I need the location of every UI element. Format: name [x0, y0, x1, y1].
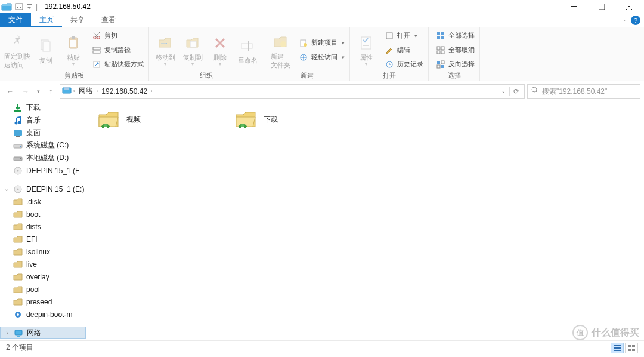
details-view-button[interactable] [611, 343, 624, 353]
rename-button[interactable]: 重命名 [234, 35, 261, 64]
breadcrumb-item[interactable]: 192.168.50.42 [99, 87, 150, 96]
svg-point-50 [20, 146, 21, 147]
cut-button[interactable]: 剪切 [89, 29, 120, 42]
svg-rect-33 [437, 47, 440, 50]
maximize-button[interactable] [588, 0, 615, 13]
navigation-pane[interactable]: 下载音乐桌面系统磁盘 (C:)本地磁盘 (D:)DEEPIN 15_1 (E⌄D… [0, 101, 86, 340]
pin-button[interactable]: 固定到快 速访问 [2, 30, 32, 69]
svg-rect-26 [363, 45, 369, 46]
window-title: 192.168.50.42 [45, 2, 91, 11]
new-item-icon [299, 38, 308, 48]
copy-path-button[interactable]: 复制路径 [89, 44, 133, 57]
search-input[interactable] [542, 87, 636, 96]
copy-to-button[interactable]: 复制到▾ [179, 32, 206, 68]
paste-shortcut-button[interactable]: 粘贴快捷方式 [89, 58, 146, 71]
copy-button[interactable]: 复制 [32, 35, 60, 64]
svg-rect-39 [437, 65, 440, 68]
svg-rect-30 [441, 32, 444, 35]
sidebar-item[interactable]: dists [0, 220, 86, 233]
expand-icon[interactable]: › [4, 330, 10, 336]
back-button[interactable]: ← [4, 85, 17, 98]
sidebar-item[interactable]: boot [0, 208, 86, 220]
copy-icon [38, 36, 54, 56]
breadcrumb[interactable]: › 网络 › 192.168.50.42 › ⌄ ⟳ [60, 84, 525, 99]
drive2-icon [13, 153, 23, 163]
move-to-button[interactable]: 移动到▾ [151, 32, 179, 68]
sidebar-item[interactable]: deepin-boot-m [0, 308, 86, 321]
breadcrumb-item[interactable]: 网络 [76, 86, 95, 96]
folder-icon [13, 272, 23, 282]
svg-rect-15 [93, 51, 100, 53]
chevron-right-icon[interactable]: › [73, 88, 75, 94]
sidebar-item[interactable]: 下载 [0, 101, 86, 114]
sidebar-item-label: boot [26, 210, 40, 218]
qat-dropdown-icon[interactable] [26, 2, 32, 11]
paste-icon [66, 33, 81, 53]
folder-icon [13, 285, 23, 294]
dropdown-icon[interactable]: ⌄ [501, 88, 506, 94]
sidebar-item[interactable]: 系统磁盘 (C:) [0, 139, 86, 152]
new-folder-button[interactable]: 新建 文件夹 [267, 30, 294, 69]
tab-view[interactable]: 查看 [93, 13, 124, 27]
new-item-button[interactable]: 新建项目▾ [296, 36, 347, 50]
forward-button[interactable]: → [19, 85, 32, 98]
sidebar-item[interactable]: pool [0, 283, 86, 296]
select-none-button[interactable]: 全部取消 [434, 44, 477, 57]
help-icon[interactable]: ? [631, 16, 640, 25]
search-box[interactable] [527, 84, 640, 99]
chevron-down-icon: ▾ [72, 61, 75, 67]
chevron-right-icon[interactable]: › [151, 88, 153, 94]
invert-selection-button[interactable]: 反向选择 [434, 58, 477, 71]
history-button[interactable]: 历史记录 [382, 58, 426, 71]
sidebar-item[interactable]: 本地磁盘 (D:) [0, 152, 86, 164]
svg-rect-48 [16, 136, 20, 137]
tab-home[interactable]: 主页 [31, 13, 62, 27]
svg-rect-69 [632, 345, 635, 347]
up-button[interactable]: ↑ [44, 85, 57, 98]
group-label: 组织 [149, 71, 264, 81]
properties-button[interactable]: 属性▾ [352, 32, 380, 68]
close-button[interactable] [615, 0, 643, 13]
collapse-icon[interactable]: ⌄ [4, 186, 10, 192]
svg-rect-71 [632, 349, 635, 351]
svg-rect-47 [14, 130, 22, 136]
minimize-button[interactable] [561, 0, 588, 13]
folder-item[interactable]: 视频 [94, 106, 225, 133]
easy-access-button[interactable]: 轻松访问▾ [296, 51, 347, 64]
ribbon-tabs: 文件 主页 共享 查看 ⌄ ? [0, 13, 644, 27]
delete-button[interactable]: 删除▾ [206, 32, 234, 68]
edit-button[interactable]: 编辑 [382, 44, 413, 57]
network-folder-icon [97, 109, 120, 130]
sidebar-item[interactable]: isolinux [0, 245, 86, 258]
open-button[interactable]: 打开▾ [382, 29, 420, 42]
sidebar-item[interactable]: 桌面 [0, 127, 86, 139]
sidebar-item[interactable]: .disk [0, 195, 86, 208]
refresh-button[interactable]: ⟳ [513, 87, 519, 96]
paste-button[interactable]: 粘贴 ▾ [60, 32, 87, 68]
recent-dropdown[interactable]: ▾ [35, 85, 42, 98]
group-label: 新建 [264, 71, 349, 81]
sidebar-item[interactable]: preseed [0, 296, 86, 308]
chevron-right-icon[interactable]: › [97, 88, 98, 94]
sidebar-item[interactable]: overlay [0, 270, 86, 283]
sidebar-item[interactable]: ›网络 [0, 327, 86, 339]
sidebar-item[interactable]: DEEPIN 15_1 (E [0, 164, 86, 177]
sidebar-item-label: 下载 [26, 103, 41, 113]
large-icons-view-button[interactable] [625, 343, 638, 353]
sidebar-item[interactable]: live [0, 258, 86, 270]
svg-rect-63 [239, 125, 241, 128]
tab-share[interactable]: 共享 [62, 13, 93, 27]
svg-rect-8 [43, 42, 50, 51]
sidebar-item[interactable]: EFI [0, 233, 86, 245]
tab-file[interactable]: 文件 [0, 13, 31, 27]
content-pane[interactable]: 视频下载 [86, 101, 644, 340]
ribbon-group-select: 全部选择 全部取消 反向选择 选择 [429, 27, 480, 81]
collapse-ribbon-icon[interactable]: ⌄ [623, 17, 627, 23]
sidebar-item[interactable]: 音乐 [0, 114, 86, 127]
select-all-button[interactable]: 全部选择 [434, 29, 477, 42]
sidebar-item[interactable]: ⌄DEEPIN 15_1 (E:) [0, 183, 86, 195]
qat-item-icon[interactable] [14, 2, 24, 11]
svg-rect-10 [72, 36, 75, 39]
svg-rect-24 [361, 37, 371, 49]
folder-item[interactable]: 下载 [231, 106, 363, 133]
